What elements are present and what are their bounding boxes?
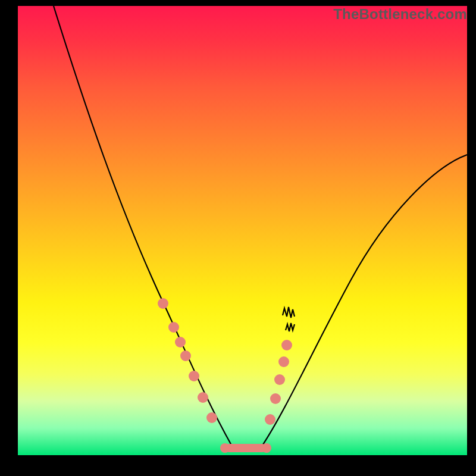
data-marker <box>206 412 217 423</box>
data-marker <box>168 322 179 333</box>
data-marker <box>175 337 186 347</box>
right-squiggle <box>283 307 295 331</box>
curve-left <box>54 6 232 446</box>
data-marker <box>189 371 199 381</box>
flat-minimum-segment <box>225 444 267 452</box>
bottleneck-curve <box>18 6 467 455</box>
watermark-text: TheBottleneck.com <box>333 6 467 23</box>
data-marker <box>158 298 168 309</box>
data-marker <box>198 392 208 403</box>
data-marker <box>265 414 275 425</box>
data-marker <box>270 393 281 404</box>
data-marker <box>220 443 230 453</box>
data-marker <box>274 374 285 385</box>
chart-plot-area <box>18 6 467 455</box>
data-marker <box>278 356 289 367</box>
data-marker <box>180 350 191 361</box>
curve-right <box>262 155 467 446</box>
data-marker <box>281 340 292 350</box>
data-marker <box>262 443 271 453</box>
